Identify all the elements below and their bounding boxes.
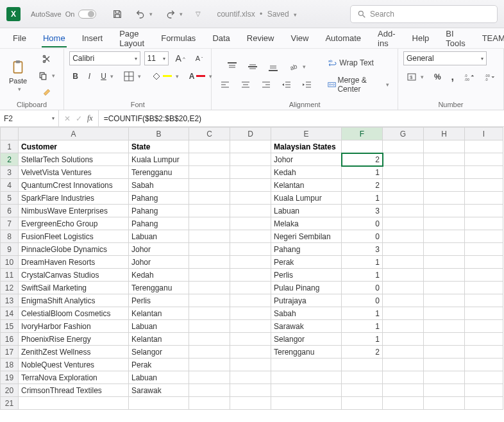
cell-B17[interactable]: Selangor [129, 346, 189, 359]
cell-F7[interactable]: 0 [342, 217, 383, 230]
cell-H20[interactable] [424, 384, 465, 397]
align-right-button[interactable] [258, 78, 274, 92]
cell-F5[interactable]: 1 [342, 192, 383, 205]
row-header[interactable]: 17 [1, 346, 19, 359]
cell-F4[interactable]: 2 [342, 179, 383, 192]
cell-A12[interactable]: SwiftSail Marketing [19, 282, 129, 294]
cell-E5[interactable]: Kuala Lumpur [271, 192, 342, 205]
cell-E10[interactable]: Perak [271, 256, 342, 269]
cell-D7[interactable] [230, 217, 271, 230]
cell-G11[interactable] [383, 269, 424, 282]
save-button[interactable] [109, 7, 126, 21]
font-color-button[interactable]: A▾ [186, 70, 215, 83]
cell-I14[interactable] [465, 307, 503, 320]
cell-F14[interactable]: 1 [342, 307, 383, 320]
cell-H21[interactable] [424, 397, 465, 410]
cell-A21[interactable] [19, 397, 129, 410]
row-header[interactable]: 2 [1, 153, 19, 166]
cell-H5[interactable] [424, 192, 465, 205]
cell-D4[interactable] [230, 179, 271, 192]
cell-H1[interactable] [424, 140, 465, 153]
formula-input[interactable]: =COUNTIF($B$2:$B$20,E2) [99, 110, 504, 126]
cell-H15[interactable] [424, 320, 465, 333]
name-box[interactable]: F2 ▾ [0, 110, 59, 126]
cell-A3[interactable]: VelvetVista Ventures [19, 166, 129, 179]
menu-page-layout[interactable]: Page Layout [112, 25, 152, 52]
row-header[interactable]: 12 [1, 282, 19, 294]
menu-formulas[interactable]: Formulas [153, 30, 203, 47]
row-header[interactable]: 4 [1, 179, 19, 192]
cell-H17[interactable] [424, 346, 465, 359]
cell-H10[interactable] [424, 256, 465, 269]
row-header[interactable]: 19 [1, 371, 19, 384]
cell-F3[interactable]: 1 [342, 166, 383, 179]
borders-button[interactable]: ▾ [121, 69, 144, 83]
cut-button[interactable] [38, 52, 55, 66]
increase-indent-button[interactable] [299, 78, 315, 92]
cell-I4[interactable] [465, 179, 503, 192]
cell-E12[interactable]: Pulau Pinang [271, 282, 342, 294]
menu-insert[interactable]: Insert [74, 30, 111, 47]
cell-C10[interactable] [189, 256, 230, 269]
decrease-decimal-button[interactable]: .00.0 [482, 70, 498, 84]
cell-I9[interactable] [465, 243, 503, 256]
column-header-E[interactable]: E [271, 128, 342, 140]
cell-A6[interactable]: NimbusWave Enterprises [19, 205, 129, 217]
cell-B14[interactable]: Kelantan [129, 307, 189, 320]
cell-B3[interactable]: Terengganu [129, 166, 189, 179]
cell-F18[interactable] [342, 359, 383, 371]
cell-H7[interactable] [424, 217, 465, 230]
cell-I8[interactable] [465, 230, 503, 243]
cell-A16[interactable]: PhoenixRise Energy [19, 333, 129, 346]
cell-H12[interactable] [424, 282, 465, 294]
cell-F12[interactable]: 0 [342, 282, 383, 294]
row-header[interactable]: 5 [1, 192, 19, 205]
cell-E9[interactable]: Pahang [271, 243, 342, 256]
row-header[interactable]: 16 [1, 333, 19, 346]
cell-F9[interactable]: 3 [342, 243, 383, 256]
cell-G10[interactable] [383, 256, 424, 269]
cell-A17[interactable]: ZenithZest Wellness [19, 346, 129, 359]
cell-H9[interactable] [424, 243, 465, 256]
cell-G21[interactable] [383, 397, 424, 410]
cell-F1[interactable] [342, 140, 383, 153]
cell-B8[interactable]: Labuan [129, 230, 189, 243]
cell-E13[interactable]: Putrajaya [271, 294, 342, 307]
orientation-button[interactable]: ab▾ [285, 60, 309, 74]
cell-F20[interactable] [342, 384, 383, 397]
cell-D12[interactable] [230, 282, 271, 294]
cell-H16[interactable] [424, 333, 465, 346]
search-input[interactable]: Search [350, 5, 498, 23]
format-painter-button[interactable] [38, 85, 55, 99]
cell-I16[interactable] [465, 333, 503, 346]
menu-automate[interactable]: Automate [317, 30, 369, 47]
cell-D2[interactable] [230, 153, 271, 166]
menu-team[interactable]: TEAM [475, 30, 504, 47]
cell-B21[interactable] [129, 397, 189, 410]
cell-C18[interactable] [189, 359, 230, 371]
cell-G8[interactable] [383, 230, 424, 243]
cell-H2[interactable] [424, 153, 465, 166]
cell-H19[interactable] [424, 371, 465, 384]
cell-C1[interactable] [189, 140, 230, 153]
cell-I11[interactable] [465, 269, 503, 282]
cell-C6[interactable] [189, 205, 230, 217]
cell-C2[interactable] [189, 153, 230, 166]
column-header-I[interactable]: I [465, 128, 503, 140]
row-header[interactable]: 15 [1, 320, 19, 333]
cell-D10[interactable] [230, 256, 271, 269]
row-header[interactable]: 18 [1, 359, 19, 371]
row-header[interactable]: 7 [1, 217, 19, 230]
cancel-formula-button[interactable]: ✕ [64, 114, 71, 123]
cell-H3[interactable] [424, 166, 465, 179]
cell-E19[interactable] [271, 371, 342, 384]
cell-H6[interactable] [424, 205, 465, 217]
cell-I21[interactable] [465, 397, 503, 410]
cell-D11[interactable] [230, 269, 271, 282]
cell-G18[interactable] [383, 359, 424, 371]
cell-D9[interactable] [230, 243, 271, 256]
cell-E14[interactable]: Sabah [271, 307, 342, 320]
cell-G7[interactable] [383, 217, 424, 230]
cell-A15[interactable]: IvoryHarbor Fashion [19, 320, 129, 333]
cell-D17[interactable] [230, 346, 271, 359]
